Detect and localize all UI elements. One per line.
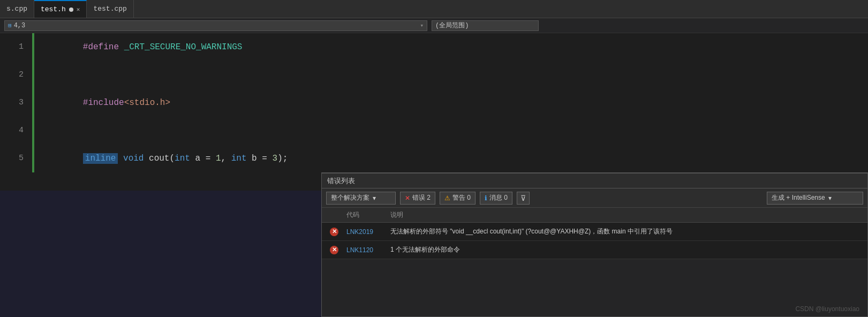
warn-icon: ⚠ — [444, 194, 450, 202]
line-number: 3 — [0, 89, 32, 117]
line-content: inline void cout(int a = 1, int b = 3); — [34, 117, 288, 191]
info-badge[interactable]: ℹ 消息 0 — [480, 192, 512, 205]
error-code: LNK2019 — [342, 228, 390, 236]
scope-dropdown[interactable]: 整个解决方案 ▾ — [326, 192, 396, 205]
error-row-icon: ✕ — [326, 246, 342, 254]
number-3: 3 — [273, 154, 278, 163]
tab-bar: s.cpp test.h ✕ test.cpp — [0, 0, 868, 18]
code-lines: 1 #define _CRT_SECURE_NO_WARNINGS 2 3 #i… — [0, 33, 868, 172]
build-label: 生成 + IntelliSense — [772, 193, 825, 202]
error-description: 1 个无法解析的外部命令 — [390, 245, 863, 254]
tab-label: s.cpp — [6, 5, 27, 13]
code-editor[interactable]: 1 #define _CRT_SECURE_NO_WARNINGS 2 3 #i… — [0, 33, 868, 191]
scope-selector[interactable]: (全局范围) — [432, 20, 539, 31]
error-badge[interactable]: ✕ 错误 2 — [400, 192, 435, 205]
include-file: <stdio.h> — [124, 98, 170, 108]
info-icon: ℹ — [485, 194, 487, 202]
error-panel-toolbar: 整个解决方案 ▾ ✕ 错误 2 ⚠ 警告 0 ℹ 消息 0 ⊽ 生成 + Int… — [322, 188, 867, 208]
tab-label: test.cpp — [93, 5, 126, 13]
line-number: 2 — [0, 61, 32, 89]
tab-test-cpp[interactable]: test.cpp — [87, 0, 133, 18]
location-icon: ⊞ — [8, 22, 12, 29]
location-text: 4,3 — [14, 22, 26, 29]
table-row[interactable]: ✕ LNK2019 无法解析的外部符号 "void __cdecl cout(i… — [322, 223, 867, 241]
warn-badge[interactable]: ⚠ 警告 0 — [440, 192, 475, 205]
error-rows: ✕ LNK2019 无法解析的外部符号 "void __cdecl cout(i… — [322, 223, 867, 259]
warn-count: 警告 0 — [452, 193, 471, 202]
location-input[interactable]: ⊞ 4,3 ▾ — [4, 20, 427, 31]
modified-indicator — [69, 7, 73, 12]
scope-dropdown-arrow: ▾ — [373, 194, 376, 202]
code-line-5: 5 inline void cout(int a = 1, int b = 3)… — [0, 145, 868, 172]
keyword-inline: inline — [83, 153, 118, 164]
code-line-3: 3 #include<stdio.h> — [0, 89, 868, 117]
keyword-include: #include — [83, 98, 124, 108]
col-header-code: 代码 — [342, 210, 390, 220]
error-circle: ✕ — [330, 246, 338, 254]
build-dropdown[interactable]: 生成 + IntelliSense ▾ — [767, 192, 863, 205]
info-count: 消息 0 — [489, 193, 508, 202]
col-header-desc: 说明 — [390, 210, 863, 220]
error-panel: 错误列表 整个解决方案 ▾ ✕ 错误 2 ⚠ 警告 0 ℹ 消息 0 ⊽ 生成 … — [321, 172, 868, 317]
keyword-int-2: int — [231, 154, 247, 163]
scope-dropdown-label: 整个解决方案 — [331, 193, 369, 202]
macro-name: _CRT_SECURE_NO_WARNINGS — [124, 42, 243, 52]
nav-bar: ⊞ 4,3 ▾ (全局范围) — [0, 18, 868, 33]
tab-s-cpp[interactable]: s.cpp — [0, 0, 34, 18]
build-arrow: ▾ — [828, 194, 832, 202]
filter-button[interactable]: ⊽ — [517, 192, 530, 205]
tab-label: test.h — [41, 5, 66, 13]
line-number: 5 — [0, 145, 32, 172]
dropdown-arrow: ▾ — [420, 22, 424, 29]
error-row-icon: ✕ — [326, 228, 342, 236]
error-panel-title: 错误列表 — [322, 173, 867, 188]
error-panel-title-text: 错误列表 — [327, 176, 355, 186]
line-number: 4 — [0, 117, 32, 145]
scope-text: (全局范围) — [435, 21, 469, 30]
error-code: LNK1120 — [342, 246, 390, 254]
error-table-header: 代码 说明 — [322, 208, 867, 223]
keyword-define: #define — [83, 42, 124, 52]
table-row[interactable]: ✕ LNK1120 1 个无法解析的外部命令 — [322, 241, 867, 259]
line-number: 1 — [0, 33, 32, 61]
watermark: CSDN @liuyontuoxiao — [795, 305, 859, 313]
error-description: 无法解析的外部符号 "void __cdecl cout(int,int)" (… — [390, 227, 863, 236]
error-circle: ✕ — [330, 228, 338, 236]
keyword-int-1: int — [175, 154, 190, 163]
filter-icon: ⊽ — [520, 194, 526, 202]
error-count: 错误 2 — [412, 193, 431, 202]
keyword-void: void — [123, 154, 144, 163]
close-icon[interactable]: ✕ — [77, 6, 80, 13]
error-icon: ✕ — [405, 194, 410, 202]
code-line-1: 1 #define _CRT_SECURE_NO_WARNINGS — [0, 33, 868, 61]
tab-test-h[interactable]: test.h ✕ — [34, 0, 87, 18]
